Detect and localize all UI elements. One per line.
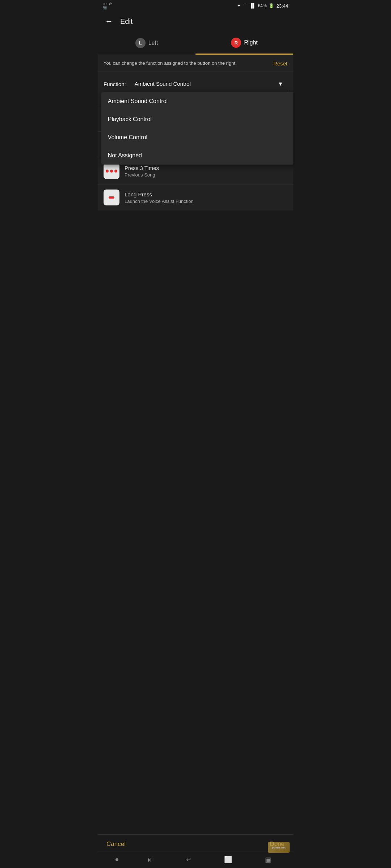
battery-icon: 🔋 xyxy=(269,3,274,8)
function-select-wrapper: Ambient Sound Control ▼ Ambient Sound Co… xyxy=(130,78,287,90)
chevron-down-icon: ▼ xyxy=(278,81,283,87)
left-tab-icon: L xyxy=(135,38,146,48)
tab-bar: L Left R Right xyxy=(98,32,293,55)
battery-text: 64% xyxy=(258,3,266,8)
longpress-text: Long Press Launch the Voice Assist Funct… xyxy=(125,191,194,204)
signal-icon: ▐▌ xyxy=(249,3,256,8)
left-tab-label: Left xyxy=(148,40,158,46)
status-bar: 0 KB/s 📷 ✦ ⌒ ▐▌ 64% 🔋 23:44 xyxy=(98,0,293,11)
status-right: ✦ ⌒ ▐▌ 64% 🔋 23:44 xyxy=(237,3,288,9)
wifi-icon: ⌒ xyxy=(243,3,247,9)
right-tab-icon: R xyxy=(231,38,241,48)
press3-text: Press 3 Times Previous Song xyxy=(125,165,159,178)
function-select[interactable]: Ambient Sound Control ▼ xyxy=(130,78,287,90)
info-bar: You can change the function assigned to … xyxy=(98,55,293,72)
page-title: Edit xyxy=(120,17,133,26)
dropdown-item-ambient[interactable]: Ambient Sound Control xyxy=(101,92,293,110)
content-area: Function: Ambient Sound Control ▼ Ambien… xyxy=(98,72,293,210)
status-time: 23:44 xyxy=(276,3,288,9)
longpress-title: Long Press xyxy=(125,191,194,197)
status-speed: 0 KB/s 📷 xyxy=(103,2,113,9)
right-tab-label: Right xyxy=(244,39,257,46)
dropdown-item-not-assigned[interactable]: Not Assigned xyxy=(101,146,293,165)
reset-button[interactable]: Reset xyxy=(273,60,287,67)
tab-right[interactable]: R Right xyxy=(196,32,293,55)
press3-subtitle: Previous Song xyxy=(125,172,159,178)
press3-icon xyxy=(104,163,119,179)
longpress-icon xyxy=(104,190,119,205)
press3-title: Press 3 Times xyxy=(125,165,159,171)
tab-left[interactable]: L Left xyxy=(98,32,196,55)
back-button[interactable]: ← xyxy=(104,15,114,27)
function-dropdown: Ambient Sound Control Playback Control V… xyxy=(101,92,293,165)
dropdown-item-volume[interactable]: Volume Control xyxy=(101,128,293,146)
operation-item-longpress: Long Press Launch the Voice Assist Funct… xyxy=(98,184,293,210)
longpress-subtitle: Launch the Voice Assist Function xyxy=(125,199,194,204)
bluetooth-icon: ✦ xyxy=(237,3,241,8)
info-text: You can change the function assigned to … xyxy=(104,60,269,67)
function-label: Function: xyxy=(104,81,126,87)
dropdown-item-playback[interactable]: Playback Control xyxy=(101,110,293,128)
header: ← Edit xyxy=(98,11,293,32)
function-row: Function: Ambient Sound Control ▼ Ambien… xyxy=(98,72,293,90)
function-selected-value: Ambient Sound Control xyxy=(135,81,191,87)
